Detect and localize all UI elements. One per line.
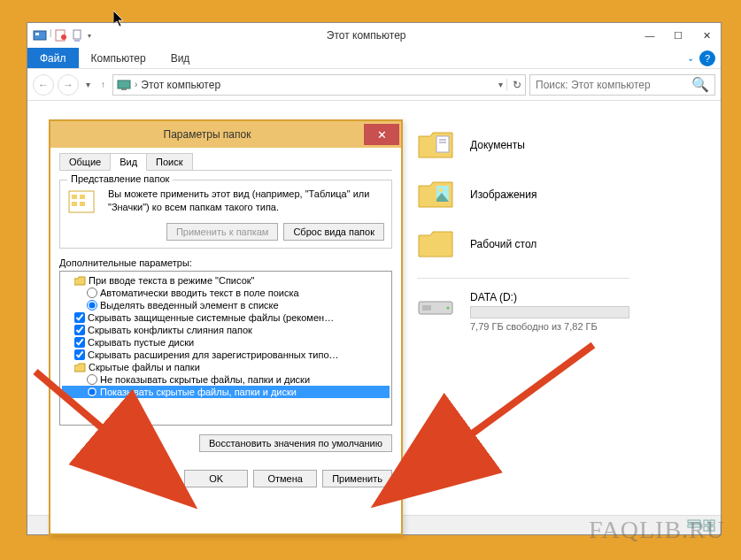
svg-rect-14 — [422, 305, 431, 311]
mouse-cursor — [113, 11, 127, 28]
folder-options-dialog: Параметры папок ✕ Общие Вид Поиск Предст… — [49, 119, 403, 535]
minimize-button[interactable]: — — [636, 26, 664, 45]
folder-item[interactable]: Рабочий стол — [417, 228, 629, 260]
folder-icon — [74, 363, 86, 372]
tree-node[interactable]: При вводе текста в режиме "Список" — [62, 274, 390, 287]
radio[interactable] — [87, 288, 97, 298]
qat-separator: | — [50, 28, 51, 42]
address-text[interactable]: Этот компьютер — [141, 79, 495, 91]
svg-rect-22 — [72, 195, 77, 199]
svg-rect-6 — [121, 88, 127, 90]
dialog-tabs: Общие Вид Поиск — [59, 153, 392, 171]
folder-item[interactable]: Документы — [417, 129, 629, 161]
svg-rect-23 — [80, 195, 85, 199]
computer-tab[interactable]: Компьютер — [79, 49, 158, 68]
tree-option[interactable]: Скрывать защищенные системные файлы (рек… — [62, 311, 390, 324]
desktop-folder-icon — [417, 228, 454, 260]
tree-node[interactable]: Скрытые файлы и папки — [62, 361, 390, 373]
svg-point-11 — [439, 188, 443, 192]
tree-option[interactable]: Скрывать пустые диски — [62, 336, 390, 349]
tree-option[interactable]: Скрывать расширения для зарегистрированн… — [62, 349, 390, 361]
maximize-button[interactable]: ☐ — [664, 26, 692, 45]
advanced-label: Дополнительные параметры: — [59, 257, 392, 268]
tree-option-selected[interactable]: Показывать скрытые файлы, папки и диски — [62, 386, 390, 398]
svg-rect-24 — [72, 202, 77, 206]
tree-option[interactable]: Выделять введенный элемент в списке — [62, 299, 390, 311]
radio[interactable] — [87, 374, 97, 385]
svg-point-13 — [447, 307, 450, 310]
refresh-button[interactable]: ↻ — [506, 79, 521, 91]
folder-icon — [74, 276, 86, 286]
close-button[interactable]: ✕ — [692, 26, 721, 45]
qat-chevron[interactable]: ▾ — [88, 28, 91, 42]
svg-rect-4 — [73, 30, 81, 39]
dialog-close-button[interactable]: ✕ — [364, 124, 399, 145]
titlebar[interactable]: | ▾ Этот компьютер — ☐ ✕ — [27, 23, 721, 48]
back-button[interactable]: ← — [33, 74, 54, 96]
search-input[interactable] — [536, 79, 688, 91]
folder-label: Рабочий стол — [470, 238, 536, 250]
group-description: Вы можете применить этот вид (например, … — [108, 188, 384, 216]
drive-space-bar — [470, 306, 629, 318]
up-button[interactable]: ↑ — [97, 80, 109, 89]
tab-search[interactable]: Поиск — [146, 153, 192, 170]
group-label: Представление папок — [67, 173, 173, 184]
checkbox[interactable] — [74, 325, 85, 335]
advanced-settings-tree[interactable]: При вводе текста в режиме "Список" Автом… — [59, 271, 392, 426]
help-icon[interactable]: ? — [699, 50, 715, 66]
ok-button[interactable]: OK — [184, 470, 248, 487]
folder-label: Документы — [470, 139, 525, 151]
ribbon-tabs: Файл Компьютер Вид ⌄ ? — [27, 48, 721, 69]
history-dropdown[interactable]: ▾ — [82, 80, 94, 89]
apply-to-folders-button[interactable]: Применить к папкам — [166, 223, 279, 241]
reset-folders-button[interactable]: Сброс вида папок — [283, 223, 384, 241]
system-icon — [33, 28, 47, 42]
checkbox[interactable] — [74, 312, 85, 323]
folder-views-group: Представление папок Вы можете применить … — [59, 180, 392, 249]
drive-icon — [417, 291, 454, 319]
checkbox[interactable] — [74, 349, 85, 360]
watermark: FAQLIB.RU — [589, 516, 725, 544]
properties-icon[interactable] — [54, 28, 68, 42]
pictures-folder-icon — [417, 179, 454, 211]
computer-icon — [117, 78, 131, 92]
breadcrumb-chevron[interactable]: › — [135, 80, 137, 89]
search-icon[interactable]: 🔍 — [691, 76, 709, 93]
cancel-button[interactable]: Отмена — [253, 470, 317, 487]
address-bar[interactable]: › Этот компьютер ▾ ↻ — [112, 74, 526, 96]
file-tab[interactable]: Файл — [27, 48, 79, 68]
folder-views-icon — [67, 188, 99, 216]
checkbox[interactable] — [74, 337, 85, 348]
folder-item[interactable]: Изображения — [417, 179, 629, 211]
window-title: Этот компьютер — [96, 29, 636, 42]
svg-rect-5 — [118, 81, 130, 88]
folder-label: Изображения — [470, 188, 536, 201]
search-box[interactable]: 🔍 — [529, 74, 715, 96]
svg-rect-7 — [436, 136, 449, 152]
forward-button[interactable]: → — [58, 74, 79, 96]
restore-defaults-button[interactable]: Восстановить значения по умолчанию — [199, 434, 392, 452]
tree-option[interactable]: Скрывать конфликты слияния папок — [62, 324, 390, 336]
view-tab[interactable]: Вид — [158, 49, 203, 68]
tab-view[interactable]: Вид — [110, 153, 147, 171]
radio[interactable] — [87, 300, 97, 311]
radio[interactable] — [87, 387, 97, 397]
svg-rect-1 — [35, 33, 39, 35]
tree-option[interactable]: Автоматически вводить текст в поле поиск… — [62, 287, 390, 299]
drive-label: DATA (D:) — [470, 291, 629, 303]
apply-button[interactable]: Применить — [322, 470, 392, 487]
qat-dropdown-icon[interactable] — [71, 28, 85, 42]
tab-general[interactable]: Общие — [59, 153, 111, 170]
dialog-titlebar[interactable]: Параметры папок ✕ — [50, 121, 401, 148]
drive-item[interactable]: DATA (D:) 7,79 ГБ свободно из 7,82 ГБ — [417, 291, 629, 332]
svg-point-3 — [61, 35, 66, 40]
tree-option[interactable]: Не показывать скрытые файлы, папки и дис… — [62, 373, 390, 386]
ribbon-expand-icon[interactable]: ⌄ — [687, 53, 694, 63]
navigation-bar: ← → ▾ ↑ › Этот компьютер ▾ ↻ 🔍 — [27, 69, 721, 101]
dialog-title: Параметры папок — [50, 128, 364, 141]
address-dropdown[interactable]: ▾ — [498, 80, 503, 89]
drive-status: 7,79 ГБ свободно из 7,82 ГБ — [470, 321, 629, 332]
svg-rect-25 — [80, 202, 85, 206]
documents-folder-icon — [417, 129, 454, 161]
